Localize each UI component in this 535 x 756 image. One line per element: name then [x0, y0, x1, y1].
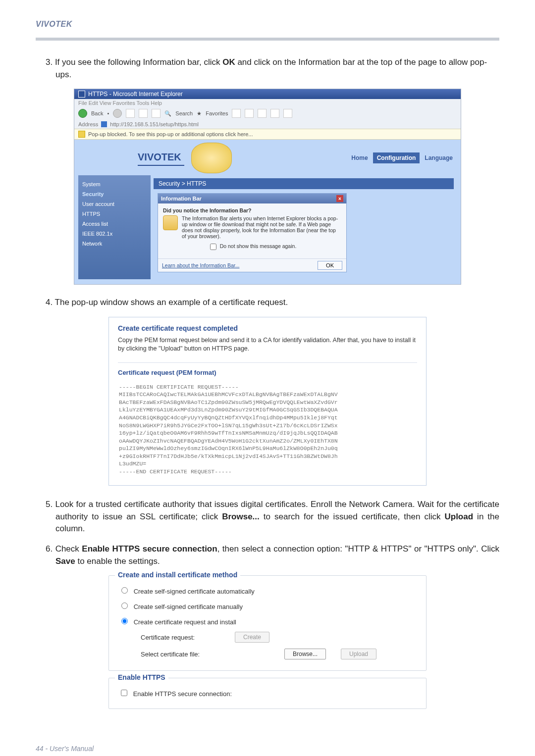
back-icon[interactable]	[78, 109, 87, 118]
step3-text-a: 3. If you see the following Information …	[46, 57, 222, 67]
forward-icon	[113, 109, 122, 118]
select-file-label: Select certificate file:	[141, 651, 220, 658]
sidebar-item-user-account[interactable]: User account	[82, 199, 147, 209]
dialog-title-text: Information Bar	[161, 196, 202, 202]
dont-show-checkbox[interactable]	[210, 244, 216, 250]
link-configuration[interactable]: Configuration	[373, 152, 420, 163]
sidebar-item-security[interactable]: Security	[82, 189, 147, 199]
step-5: 5. Look for a trusted certificate author…	[46, 499, 499, 535]
search-label[interactable]: Search	[175, 110, 193, 116]
s6-enable: Enable HTTPS secure connection	[82, 544, 217, 554]
step-4: 4. The pop-up window shows an example of…	[46, 297, 499, 309]
sidebar-item-system[interactable]: System	[82, 179, 147, 189]
dont-show-label: Do not show this message again.	[220, 244, 297, 250]
toolbar-sep: •	[107, 110, 109, 116]
s6c: , then select a connection option: "HTTP…	[217, 544, 499, 554]
enable-https-label: Enable HTTPS secure connection:	[133, 690, 232, 698]
ie-toolbar: Back • 🔍 Search ★ Favorites	[74, 107, 461, 120]
cert-request-description: Copy the PEM format request below and se…	[118, 336, 417, 353]
breadcrumb-tabs: Security > HTTPS	[154, 178, 454, 189]
home-icon[interactable]	[152, 109, 160, 118]
radio-request[interactable]	[121, 618, 128, 624]
favorites-label[interactable]: Favorites	[206, 110, 228, 116]
cert-divider	[118, 362, 417, 363]
infobar-text: Pop-up blocked. To see this pop-up or ad…	[88, 131, 253, 137]
dialog-titlebar: Information Bar ×	[158, 194, 346, 203]
camera-image	[191, 143, 232, 173]
ie-icon	[78, 91, 85, 98]
history-icon[interactable]	[232, 109, 241, 118]
close-icon[interactable]: ×	[336, 195, 343, 202]
ie-titlebar: HTTPS - Microsoft Internet Explorer	[74, 89, 461, 99]
address-value[interactable]: http://192.168.5.151/setup/https.html	[110, 121, 199, 127]
dialog-icon	[163, 215, 178, 230]
upload-button: Upload	[341, 649, 376, 659]
link-home[interactable]: Home	[347, 152, 372, 163]
favorites-icon[interactable]: ★	[197, 110, 202, 117]
search-icon[interactable]: 🔍	[164, 110, 171, 117]
brand-header: VIVOTEK	[36, 16, 499, 38]
radio-auto[interactable]	[121, 587, 128, 594]
cert-pem-text: -----BEGIN CERTIFICATE REQUEST----- MIIB…	[118, 381, 417, 477]
cert-request-label: Certificate request:	[141, 634, 220, 641]
s5c: to search for the issued certificate, th…	[260, 512, 445, 521]
ci-panel-title: Create and install certificate method	[115, 571, 240, 579]
header-links: Home Configuration Language	[347, 152, 457, 163]
s6a: 6. Check	[46, 544, 82, 554]
s5-upload: Upload	[444, 512, 473, 521]
mail-icon[interactable]	[245, 109, 254, 118]
sidebar-item-https[interactable]: HTTPS	[82, 209, 147, 219]
print-icon[interactable]	[258, 109, 267, 118]
link-language[interactable]: Language	[421, 152, 457, 163]
browse-button[interactable]: Browse...	[284, 649, 326, 659]
create-install-panel: Create and install certificate method Cr…	[108, 575, 427, 671]
ie-title-text: HTTPS - Microsoft Internet Explorer	[88, 91, 183, 98]
vivotek-app: VIVOTEK Home Configuration Language Syst…	[74, 140, 461, 284]
radio-manual[interactable]	[121, 603, 128, 609]
radio-request-label: Create certificate request and install	[134, 618, 236, 626]
refresh-icon[interactable]	[139, 109, 148, 118]
enable-https-title: Enable HTTPS	[115, 673, 168, 681]
warning-icon	[78, 131, 85, 138]
step-6: 6. Check Enable HTTPS secure connection,…	[46, 543, 499, 567]
ie-window: HTTPS - Microsoft Internet Explorer File…	[74, 89, 461, 285]
enable-https-panel: Enable HTTPS Enable HTTPS secure connect…	[108, 678, 427, 709]
s5-browse: Browse...	[222, 512, 260, 521]
vivotek-logo: VIVOTEK	[138, 151, 184, 166]
radio-manual-label: Create self-signed certificate manually	[134, 603, 243, 610]
sidebar: System Security User account HTTPS Acces…	[78, 175, 151, 279]
page-badge-icon	[101, 121, 107, 127]
cert-pem-heading: Certificate request (PEM format)	[118, 369, 417, 376]
sidebar-item-network[interactable]: Network	[82, 239, 147, 249]
step3-ok: OK	[222, 57, 235, 67]
header-divider	[36, 38, 499, 41]
address-label: Address	[78, 121, 98, 127]
information-dialog: Information Bar × Did you notice the Inf…	[158, 193, 347, 272]
enable-https-checkbox[interactable]	[121, 690, 127, 696]
certificate-request-panel: Create certificate request completed Cop…	[108, 317, 427, 486]
dialog-question: Did you notice the Information Bar?	[163, 207, 341, 213]
sidebar-item-ieee[interactable]: IEEE 802.1x	[82, 229, 147, 239]
cert-request-heading: Create certificate request completed	[118, 324, 417, 332]
ok-button[interactable]: OK	[318, 261, 342, 270]
s6-save: Save	[55, 556, 75, 566]
ie-menubar: File Edit View Favorites Tools Help	[74, 99, 461, 107]
radio-auto-label: Create self-signed certificate automatic…	[134, 588, 255, 595]
sidebar-item-access-list[interactable]: Access list	[82, 219, 147, 229]
address-bar: Address http://192.168.5.151/setup/https…	[74, 120, 461, 129]
dialog-body-text: The Information Bar alerts you when Inte…	[182, 215, 341, 239]
page-footer: 44 - User's Manual	[36, 716, 499, 753]
learn-link[interactable]: Learn about the Information Bar...	[162, 262, 239, 268]
s6e: to enable the settings.	[75, 556, 160, 566]
create-button: Create	[235, 632, 269, 643]
back-label[interactable]: Back	[91, 110, 103, 116]
step-3: 3. If you see the following Information …	[46, 56, 499, 81]
msn-icon[interactable]	[283, 109, 292, 118]
information-bar[interactable]: Pop-up blocked. To see this pop-up or ad…	[74, 129, 461, 140]
stop-icon[interactable]	[126, 109, 135, 118]
edit-icon[interactable]	[270, 109, 279, 118]
